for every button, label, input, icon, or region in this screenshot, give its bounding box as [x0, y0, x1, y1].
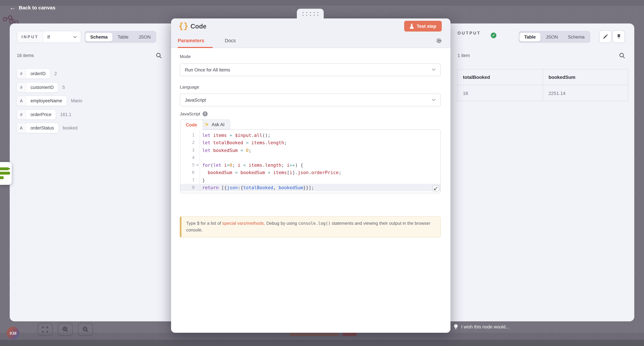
- fit-view-icon: [42, 326, 48, 332]
- editor-code-area: let items = $input.all();let totalBooked…: [200, 130, 440, 193]
- schema-field-row[interactable]: AemployeeNameMario: [16, 96, 165, 106]
- success-check-icon: ✓: [491, 32, 496, 38]
- mode-select[interactable]: Run Once for All Items: [180, 64, 441, 76]
- tab-output-table[interactable]: Table: [520, 33, 540, 41]
- sparkles-icon: [204, 122, 209, 127]
- pencil-icon: [602, 34, 608, 39]
- expand-editor-button[interactable]: [433, 185, 439, 192]
- field-type-icon: A: [17, 96, 26, 106]
- fit-view-button: [38, 323, 53, 336]
- schema-field-pill: #customerID: [16, 82, 58, 92]
- pin-icon: [616, 34, 621, 39]
- field-type-icon: #: [17, 82, 26, 92]
- back-to-canvas-button[interactable]: ← Back to canvas: [10, 4, 55, 11]
- code-node-icon: {}: [178, 21, 188, 31]
- editor-code-line: let items = $input.all();: [200, 132, 440, 139]
- output-cell: 16: [457, 85, 543, 101]
- field-value: 2: [54, 71, 57, 76]
- back-to-canvas-label: Back to canvas: [19, 5, 55, 10]
- tab-docs[interactable]: Docs: [225, 38, 236, 43]
- field-type-icon: #: [17, 69, 26, 78]
- if-node-card[interactable]: [0, 162, 12, 185]
- editor-line-number: 8: [180, 184, 200, 191]
- special-vars-link[interactable]: special vars/methods: [222, 221, 264, 226]
- editor-code-line: bookedSum = bookedSum + items[i].json.or…: [200, 169, 440, 176]
- editor-code-line: let bookedSum = 0;: [200, 146, 440, 154]
- schema-field-pill: #orderID: [16, 68, 50, 79]
- schema-field-row[interactable]: #orderID2: [16, 68, 165, 79]
- tab-input-json[interactable]: JSON: [134, 33, 155, 41]
- if-node-icon: [0, 162, 12, 185]
- tab-parameters[interactable]: Parameters: [178, 38, 204, 43]
- lightbulb-icon: [454, 324, 458, 330]
- field-name: employeeName: [26, 96, 66, 106]
- editor-line-number: 2: [180, 139, 200, 146]
- zoom-out-icon: [82, 326, 88, 332]
- tab-output-schema[interactable]: Schema: [563, 33, 589, 41]
- pin-data-button[interactable]: [612, 30, 625, 43]
- gear-icon[interactable]: [436, 38, 442, 44]
- user-avatar: KM: [7, 327, 20, 340]
- tab-input-schema[interactable]: Schema: [86, 33, 112, 41]
- editor-askai-tab-label: Ask AI: [212, 122, 224, 127]
- input-schema-fields: #orderID2#customerID5AemployeeNameMario#…: [16, 68, 165, 136]
- canvas-bottom-strip: [0, 340, 644, 346]
- field-name: orderStatus: [26, 123, 58, 133]
- tab-editor-code[interactable]: Code: [180, 120, 203, 130]
- inline-code: console.log(): [298, 221, 331, 226]
- schema-field-pill: AemployeeName: [16, 96, 67, 106]
- editor-hint-callout: Type $ for a list of special vars/method…: [180, 216, 441, 238]
- editor-line-number: 5: [180, 161, 200, 169]
- output-table-header: totalBookedbookedSum: [457, 69, 628, 85]
- code-editor[interactable]: 12345678 let items = $input.all();let to…: [180, 130, 441, 193]
- zoom-in-button: [58, 323, 73, 336]
- canvas-top-bar: [0, 0, 644, 6]
- input-search-icon[interactable]: [156, 53, 162, 59]
- zoom-out-button: [78, 323, 93, 336]
- chevron-down-icon: [432, 68, 436, 71]
- chevron-down-icon: [432, 98, 436, 101]
- editor-code-line: let totalBooked = items.length;: [200, 139, 440, 146]
- tab-editor-ask-ai[interactable]: Ask AI: [198, 120, 230, 130]
- chevron-down-icon: [73, 36, 77, 38]
- output-view-tabs: Table JSON Schema: [518, 31, 590, 43]
- fold-chevron-icon[interactable]: [196, 164, 199, 166]
- input-panel-title: INPUT: [17, 31, 43, 42]
- language-label: Language: [180, 84, 199, 90]
- mode-value: Run Once for All Items: [185, 67, 230, 72]
- input-source-select[interactable]: INPUT If: [17, 31, 81, 43]
- node-suggestion-label: I wish this node would...: [461, 324, 509, 330]
- editor-code-line: [200, 154, 440, 162]
- editor-code-line: for(let i=0; i < items.length; i++) {: [200, 161, 440, 169]
- schema-field-row[interactable]: #orderPrice161.1: [16, 109, 165, 120]
- help-icon[interactable]: ?: [202, 111, 208, 116]
- modal-drag-handle[interactable]: [297, 9, 324, 19]
- test-step-button[interactable]: Test step: [404, 21, 442, 32]
- editor-line-number: 6: [180, 169, 200, 176]
- flask-icon: [410, 24, 414, 29]
- n8n-logo: [2, 12, 22, 24]
- schema-field-row[interactable]: #customerID5: [16, 82, 165, 92]
- field-value: 161.1: [60, 112, 72, 117]
- editor-code-line: return [{json:{totalBooked, bookedSum}}]…: [200, 184, 440, 191]
- language-select[interactable]: JavaScript: [180, 94, 441, 106]
- schema-field-row[interactable]: AorderStatusbooked: [16, 123, 165, 133]
- editor-line-number: 7: [180, 176, 200, 184]
- node-suggestion-button[interactable]: I wish this node would...: [454, 324, 509, 330]
- mode-label: Mode: [180, 54, 191, 59]
- editor-code-line: }: [200, 176, 440, 184]
- field-name: orderID: [26, 69, 50, 78]
- output-panel-title: OUTPUT: [458, 31, 481, 36]
- drag-dots-icon: [302, 12, 318, 16]
- tab-output-json[interactable]: JSON: [541, 33, 563, 41]
- editor-language-label: JavaScript: [180, 111, 200, 116]
- node-details-modal: {} Code Test step Parameters Docs Mode: [171, 18, 450, 333]
- editor-gutter: 12345678: [180, 130, 200, 193]
- tab-input-table[interactable]: Table: [113, 33, 133, 41]
- schema-field-pill: AorderStatus: [16, 123, 59, 133]
- edit-output-button[interactable]: [599, 30, 612, 43]
- field-value: 5: [62, 85, 65, 90]
- editor-line-number: 3: [180, 146, 200, 154]
- output-search-icon[interactable]: [619, 53, 625, 59]
- output-cell: 2251.14: [543, 85, 628, 101]
